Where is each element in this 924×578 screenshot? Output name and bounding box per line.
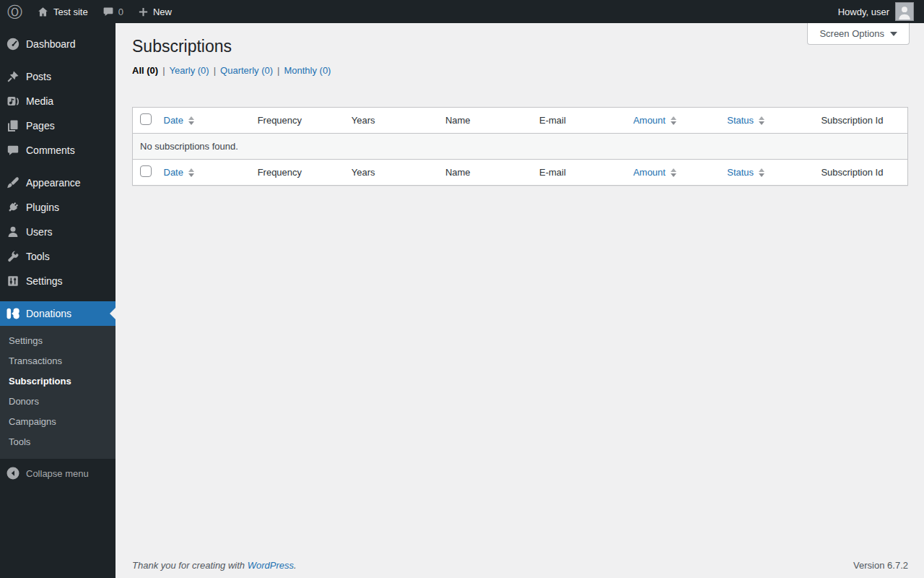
- sidebar-item-label: Plugins: [26, 202, 59, 213]
- sidebar-item-users[interactable]: Users: [0, 220, 116, 244]
- dashboard-gauge-icon: [0, 37, 26, 51]
- submenu-item-transactions[interactable]: Transactions: [0, 351, 116, 371]
- sort-arrows-icon: [671, 168, 676, 177]
- pushpin-icon: [0, 69, 26, 84]
- sidebar-item-plugins[interactable]: Plugins: [0, 195, 116, 220]
- user-icon: [0, 225, 26, 239]
- collapse-menu-button[interactable]: Collapse menu: [0, 463, 116, 483]
- submenu-item-tools[interactable]: Tools: [0, 432, 116, 452]
- comment-bubble-icon: [103, 6, 114, 17]
- sort-arrows-icon: [671, 116, 676, 125]
- menu-separator: [0, 163, 116, 171]
- person-icon: [897, 4, 912, 20]
- sidebar-item-settings[interactable]: Settings: [0, 269, 116, 293]
- sort-arrows-icon: [188, 168, 194, 177]
- sort-arrows-icon: [759, 116, 764, 125]
- sidebar-item-dashboard[interactable]: Dashboard: [0, 32, 116, 56]
- sidebar-item-media[interactable]: Media: [0, 89, 116, 113]
- sidebar-item-label: Media: [26, 95, 53, 107]
- version-label: Version 6.7.2: [853, 560, 908, 571]
- select-all-column: [133, 108, 157, 134]
- sidebar-item-label: Appearance: [26, 177, 81, 189]
- sort-by-status-link[interactable]: Status: [727, 167, 764, 178]
- sidebar-item-appearance[interactable]: Appearance: [0, 171, 116, 195]
- submenu-item-campaigns[interactable]: Campaigns: [0, 412, 116, 432]
- select-all-checkbox[interactable]: [140, 165, 152, 177]
- paintbrush-icon: [0, 176, 26, 190]
- sidebar-item-posts[interactable]: Posts: [0, 64, 116, 89]
- sort-arrows-icon: [759, 168, 764, 177]
- screen-options-label: Screen Options: [819, 28, 884, 39]
- comments-shortcut[interactable]: 0: [95, 0, 131, 23]
- admin-sidebar: Dashboard Posts Media Pages Comments App…: [0, 23, 116, 578]
- donations-submenu: Settings Transactions Subscriptions Dono…: [0, 326, 116, 459]
- comment-bubble-icon: [0, 144, 26, 157]
- sort-by-status-link[interactable]: Status: [727, 115, 764, 126]
- settings-sliders-icon: [0, 275, 26, 288]
- column-header-name: Name: [438, 108, 532, 134]
- sidebar-item-donations[interactable]: Donations: [0, 301, 116, 326]
- column-header-email: E-mail: [532, 108, 626, 134]
- sort-by-date-link[interactable]: Date: [164, 167, 194, 178]
- filter-separator: |: [214, 65, 216, 76]
- column-footer-status: Status: [720, 160, 814, 186]
- wrench-icon: [0, 249, 26, 264]
- plug-icon: [0, 200, 26, 215]
- page-title: Subscriptions: [132, 30, 908, 59]
- my-account-menu[interactable]: Howdy, user: [832, 0, 920, 23]
- new-content-menu[interactable]: New: [131, 0, 179, 23]
- wordpress-logo-menu[interactable]: Ⓞ: [0, 0, 30, 23]
- plus-icon: [138, 7, 149, 17]
- column-footer-name: Name: [438, 160, 532, 186]
- avatar: [895, 2, 914, 21]
- collapse-arrow-icon: [0, 466, 26, 480]
- pages-icon: [0, 118, 26, 133]
- sort-by-amount-link[interactable]: Amount: [633, 115, 676, 126]
- filter-quarterly[interactable]: Quarterly (0): [220, 65, 273, 76]
- main-content: Screen Options Subscriptions All (0) | Y…: [116, 23, 924, 578]
- menu-separator: [0, 293, 116, 301]
- admin-footer: Thank you for creating with WordPress. V…: [132, 560, 908, 571]
- submenu-item-donors[interactable]: Donors: [0, 392, 116, 412]
- sort-arrows-icon: [188, 116, 194, 125]
- sidebar-item-label: Dashboard: [26, 38, 76, 50]
- sidebar-item-label: Donations: [26, 308, 71, 319]
- select-all-checkbox[interactable]: [140, 113, 152, 125]
- site-name-link[interactable]: Test site: [30, 0, 95, 23]
- sidebar-item-comments[interactable]: Comments: [0, 138, 116, 163]
- collapse-menu-label: Collapse menu: [26, 468, 89, 479]
- filter-monthly[interactable]: Monthly (0): [284, 65, 331, 76]
- donations-plugin-icon: [0, 306, 26, 321]
- sidebar-item-label: Tools: [26, 251, 50, 262]
- submenu-item-settings[interactable]: Settings: [0, 331, 116, 351]
- column-footer-amount: Amount: [626, 160, 720, 186]
- column-header-amount: Amount: [626, 108, 720, 134]
- sort-by-date-link[interactable]: Date: [164, 115, 194, 126]
- screen-options-button[interactable]: Screen Options: [807, 23, 910, 45]
- sidebar-item-label: Settings: [26, 275, 63, 287]
- empty-table-row: No subscriptions found.: [133, 134, 908, 160]
- subscription-filters: All (0) | Yearly (0) | Quarterly (0) | M…: [132, 65, 908, 76]
- column-header-date: Date: [157, 108, 250, 134]
- column-footer-subscription-id: Subscription Id: [814, 160, 907, 186]
- howdy-label: Howdy, user: [838, 7, 889, 17]
- wordpress-link[interactable]: WordPress: [248, 560, 294, 571]
- filter-separator: |: [162, 65, 165, 76]
- column-header-status: Status: [720, 108, 814, 134]
- column-header-subscription-id: Subscription Id: [814, 108, 907, 134]
- filter-all[interactable]: All (0): [132, 65, 158, 76]
- comments-count: 0: [118, 7, 123, 17]
- sidebar-item-tools[interactable]: Tools: [0, 244, 116, 269]
- sidebar-item-pages[interactable]: Pages: [0, 113, 116, 138]
- filter-yearly[interactable]: Yearly (0): [170, 65, 209, 76]
- media-icon: [0, 94, 26, 108]
- subscriptions-table: Date Frequency Years Name E-mail Amount: [132, 107, 908, 186]
- submenu-item-subscriptions[interactable]: Subscriptions: [0, 371, 116, 392]
- sort-by-amount-link[interactable]: Amount: [633, 167, 676, 178]
- chevron-down-icon: [890, 32, 897, 36]
- table-footer-row: Date Frequency Years Name E-mail Amount: [133, 160, 908, 186]
- select-all-column: [133, 160, 157, 186]
- footer-thanks-text: Thank you for creating with WordPress.: [132, 560, 297, 571]
- filter-separator: |: [277, 65, 279, 76]
- new-label: New: [153, 7, 172, 17]
